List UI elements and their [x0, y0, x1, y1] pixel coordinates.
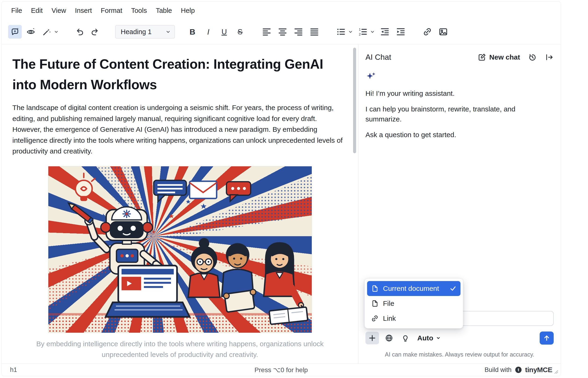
ai-review-button[interactable] — [24, 25, 38, 39]
indent-button[interactable] — [394, 25, 407, 39]
align-left-button[interactable] — [260, 25, 274, 39]
toolbar-group-insert — [420, 25, 452, 39]
new-chat-icon — [478, 53, 486, 62]
outdent-button[interactable] — [378, 25, 392, 39]
outdent-icon — [380, 27, 390, 37]
undo-icon — [75, 27, 84, 37]
menu-edit[interactable]: Edit — [27, 5, 47, 16]
chevron-down-icon — [348, 29, 353, 35]
suggestions-button[interactable] — [399, 332, 412, 344]
menu-table[interactable]: Table — [151, 5, 176, 16]
bullet-list-icon — [336, 27, 346, 37]
document-heading[interactable]: The Future of Content Creation: Integrat… — [12, 54, 347, 95]
menu-bar: File Edit View Insert Format Tools Table… — [2, 2, 561, 19]
help-shortcut-text: Press ⌥0 for help — [2, 366, 561, 374]
attach-context-button[interactable] — [366, 332, 379, 344]
undo-button[interactable] — [73, 25, 86, 39]
align-right-button[interactable] — [292, 25, 305, 39]
numbered-list-button[interactable]: 12 — [356, 25, 370, 39]
context-menu-item-current-document[interactable]: Current document — [367, 281, 460, 296]
branding-name: tinyMCE — [525, 366, 552, 374]
underline-glyph: U — [221, 28, 227, 36]
svg-text:1: 1 — [359, 27, 361, 31]
history-icon — [528, 53, 537, 62]
bullet-list-chevron[interactable] — [347, 25, 354, 39]
send-button[interactable] — [540, 332, 554, 345]
assistant-message: I can help you brainstorm, rewrite, tran… — [366, 104, 550, 124]
toolbar-group-ai — [8, 25, 62, 39]
menu-insert[interactable]: Insert — [70, 5, 96, 16]
italic-button[interactable]: I — [202, 25, 215, 39]
model-selector[interactable]: Auto — [417, 334, 442, 342]
context-menu-label: File — [383, 299, 394, 308]
send-arrow-icon — [542, 334, 551, 342]
ai-chat-sidebar: AI Chat New chat — [358, 44, 561, 364]
new-chat-label: New chat — [489, 53, 520, 61]
ai-sparkle-icon — [366, 79, 376, 82]
align-left-icon — [262, 27, 272, 37]
ai-chat-actions: New chat — [478, 53, 554, 62]
branding[interactable]: Build with t tinyMCE — [484, 366, 552, 374]
svg-text:2: 2 — [359, 32, 361, 36]
document-body[interactable]: The Future of Content Creation: Integrat… — [2, 44, 358, 360]
bullet-list-button[interactable] — [334, 25, 348, 39]
main-area: The Future of Content Creation: Integrat… — [2, 44, 561, 364]
underline-button[interactable]: U — [217, 25, 231, 39]
attach-context-menu: Current document File Link — [365, 279, 463, 328]
menu-file[interactable]: File — [7, 5, 27, 16]
model-selector-value: Auto — [417, 334, 433, 342]
insert-image-button[interactable] — [436, 25, 450, 39]
branding-prefix: Build with — [484, 366, 512, 374]
bold-button[interactable]: B — [186, 25, 199, 39]
lightbulb-icon — [401, 334, 410, 342]
menu-format[interactable]: Format — [96, 5, 127, 16]
context-menu-item-link[interactable]: Link — [367, 311, 460, 326]
collapse-panel-icon — [545, 53, 554, 62]
chat-controls: Auto — [366, 332, 554, 345]
toolbar-group-text-style: B I U S — [186, 25, 249, 39]
ai-disclaimer: AI can make mistakes. Always review outp… — [366, 351, 554, 359]
align-justify-button[interactable] — [308, 25, 321, 39]
redo-icon — [90, 27, 100, 37]
context-menu-item-file[interactable]: File — [367, 296, 460, 311]
align-center-button[interactable] — [276, 25, 289, 39]
strikethrough-glyph: S — [237, 28, 242, 36]
document-icon — [371, 284, 379, 293]
editor-scrollbar-thumb[interactable] — [353, 48, 356, 153]
numbered-list-icon: 12 — [358, 27, 368, 37]
ai-shortcuts-button[interactable] — [40, 25, 53, 39]
menu-tools[interactable]: Tools — [127, 5, 151, 16]
document-paragraph[interactable]: The landscape of digital content creatio… — [12, 102, 347, 157]
block-format-select[interactable]: Heading 1 — [115, 25, 175, 39]
numbered-list-chevron[interactable] — [369, 25, 376, 39]
menu-view[interactable]: View — [47, 5, 70, 16]
insert-link-button[interactable] — [420, 25, 434, 39]
ai-chat-header: AI Chat New chat — [366, 51, 554, 64]
resize-handle[interactable] — [553, 368, 559, 375]
close-sidebar-button[interactable] — [545, 53, 554, 62]
link-icon — [422, 27, 432, 37]
italic-glyph: I — [207, 28, 209, 36]
link-icon — [371, 314, 379, 322]
ai-chat-title: AI Chat — [366, 53, 391, 62]
toolbar-group-format: Heading 1 — [115, 25, 175, 39]
strikethrough-button[interactable]: S — [233, 25, 247, 39]
ai-chat-messages: Hi! I’m your writing assistant. I can he… — [366, 64, 554, 311]
chevron-down-icon — [370, 29, 375, 35]
ai-chat-toggle-button[interactable] — [8, 25, 22, 39]
web-search-button[interactable] — [383, 332, 395, 344]
image-caption[interactable]: By embedding intelligence directly into … — [20, 338, 340, 360]
new-chat-button[interactable]: New chat — [478, 53, 520, 62]
svg-text:t: t — [518, 367, 519, 372]
ai-review-icon — [26, 27, 36, 37]
ai-shortcuts-chevron[interactable] — [53, 25, 60, 39]
status-bar: h1 Press ⌥0 for help Build with t tinyMC… — [2, 364, 561, 376]
chat-history-button[interactable] — [528, 53, 537, 62]
menu-help[interactable]: Help — [176, 5, 199, 16]
bold-glyph: B — [190, 28, 196, 36]
hero-image[interactable] — [48, 166, 312, 333]
redo-button[interactable] — [89, 25, 102, 39]
context-menu-label: Current document — [383, 284, 439, 293]
toolbar-group-history — [73, 25, 105, 39]
file-icon — [371, 299, 379, 308]
